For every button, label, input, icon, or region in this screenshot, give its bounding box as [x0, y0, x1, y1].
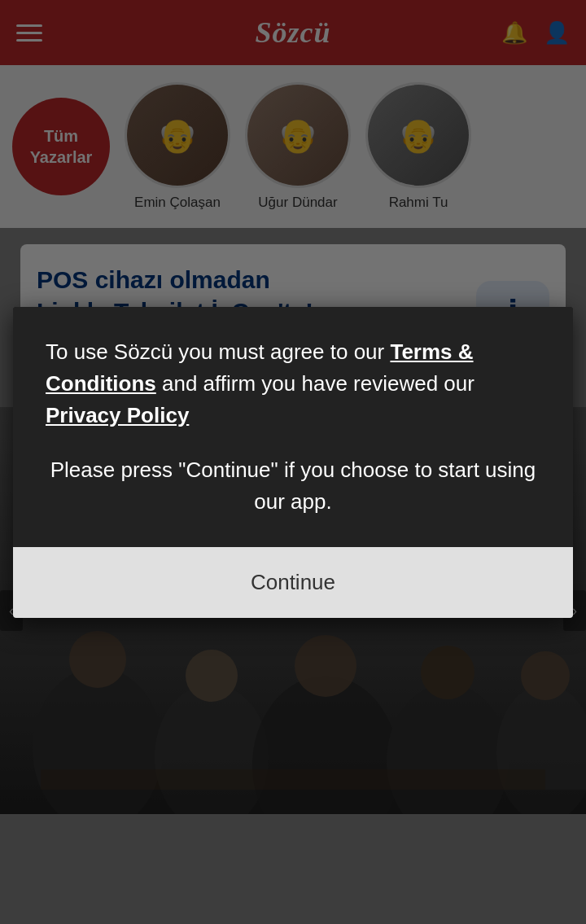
- modal-secondary-text: Please press "Continue" if you choose to…: [46, 454, 540, 518]
- continue-button[interactable]: Continue: [13, 547, 573, 618]
- privacy-policy-link[interactable]: Privacy Policy: [46, 403, 189, 427]
- modal-main-text: To use Sözcü you must agree to our Terms…: [46, 336, 540, 431]
- modal-body: To use Sözcü you must agree to our Terms…: [13, 307, 573, 547]
- modal-text-middle: and affirm you have reviewed our: [156, 371, 474, 396]
- modal-overlay: To use Sözcü you must agree to our Terms…: [0, 0, 586, 924]
- terms-modal: To use Sözcü you must agree to our Terms…: [13, 307, 573, 618]
- modal-footer: Continue: [13, 547, 573, 618]
- modal-text-before-link: To use Sözcü you must agree to our: [46, 339, 390, 364]
